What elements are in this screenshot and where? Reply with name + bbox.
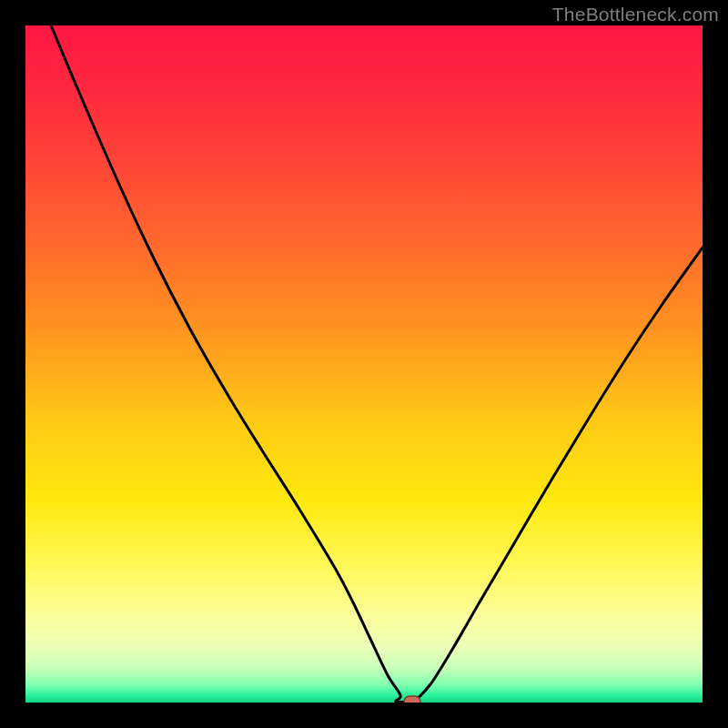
watermark: TheBottleneck.com xyxy=(552,4,719,25)
chart-frame: TheBottleneck.com xyxy=(0,0,728,728)
bottleneck-curve xyxy=(25,25,703,703)
minimum-marker xyxy=(404,696,420,703)
plot-area xyxy=(25,25,703,703)
